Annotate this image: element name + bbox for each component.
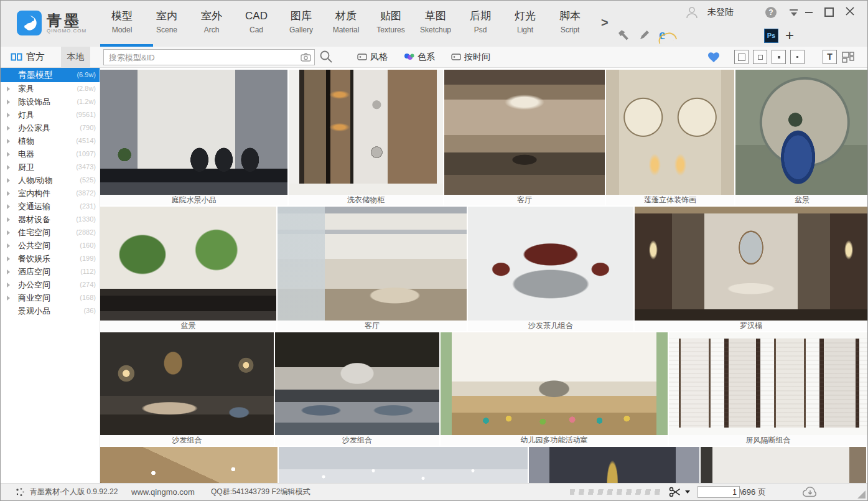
model-card[interactable]: 盆景 [100, 207, 276, 331]
login-status[interactable]: 未登陆 [707, 7, 734, 18]
model-thumbnail[interactable] [441, 332, 668, 435]
tab-material[interactable]: 材质Material [324, 8, 368, 47]
expand-arrow-icon[interactable] [7, 178, 10, 183]
resize-grip[interactable] [857, 490, 866, 499]
tab-gallery[interactable]: 图库Gallery [279, 8, 324, 47]
image-search-camera-icon[interactable] [301, 53, 311, 62]
model-card[interactable]: 莲蓬立体装饰画 [606, 70, 734, 205]
thumb-size-s-button[interactable] [790, 50, 805, 64]
sidebar-item-landscape[interactable]: 景观小品(36) [1, 304, 100, 317]
tab-model[interactable]: 模型Model [100, 8, 144, 47]
tab-scene[interactable]: 室内Scene [144, 8, 189, 47]
nav-overflow-arrow[interactable]: > [601, 16, 609, 30]
minimize-button[interactable] [805, 12, 813, 13]
model-card[interactable]: 沙发茶几组合 [468, 207, 633, 331]
source-tab-official[interactable]: 官方 [11, 47, 45, 67]
expand-arrow-icon[interactable] [7, 204, 10, 209]
model-card[interactable] [701, 447, 866, 484]
expand-arrow-icon[interactable] [7, 126, 10, 131]
model-thumbnail[interactable] [606, 70, 734, 195]
expand-arrow-icon[interactable] [7, 283, 10, 288]
thumb-size-l-button[interactable] [753, 50, 767, 64]
download-cloud-icon[interactable] [802, 484, 818, 500]
sidebar-item-office-space[interactable]: 办公空间(274) [1, 278, 100, 291]
sidebar-item-public-space[interactable]: 公共空间(160) [1, 239, 100, 252]
model-thumbnail[interactable] [100, 447, 278, 484]
sidebar-item-dining-entertainment[interactable]: 餐饮娱乐(199) [1, 252, 100, 265]
model-thumbnail[interactable] [100, 70, 287, 195]
expand-arrow-icon[interactable] [7, 296, 10, 301]
tab-light[interactable]: 灯光Light [503, 8, 548, 47]
sidebar-item-lighting[interactable]: 灯具(9561) [1, 108, 100, 121]
expand-arrow-icon[interactable] [7, 191, 10, 196]
sidebar-item-interior-components[interactable]: 室内构件(3872) [1, 187, 100, 200]
tab-arch[interactable]: 室外Arch [189, 8, 234, 47]
model-card[interactable]: 沙发组合 [100, 332, 274, 446]
model-card[interactable] [100, 447, 278, 484]
filter-color[interactable]: 色系 [404, 52, 435, 63]
thumb-size-xl-button[interactable] [734, 50, 749, 64]
model-card[interactable]: 客厅 [278, 207, 467, 331]
page-input[interactable] [698, 486, 740, 498]
pen-icon[interactable] [639, 29, 650, 40]
sidebar-item-transport[interactable]: 交通运输(231) [1, 200, 100, 213]
tab-script[interactable]: 脚本Script [548, 8, 592, 47]
photoshop-icon[interactable]: Ps [764, 29, 778, 43]
search-input[interactable] [104, 50, 299, 65]
model-card[interactable]: 沙发组合 [275, 332, 439, 446]
tab-psd[interactable]: 后期Psd [458, 8, 503, 47]
model-thumbnail[interactable] [701, 447, 866, 484]
layout-grid-icon[interactable] [841, 51, 855, 63]
expand-arrow-icon[interactable] [7, 256, 10, 261]
model-thumbnail[interactable] [289, 70, 443, 195]
model-card[interactable]: 屏风隔断组合 [669, 332, 867, 446]
sidebar-item-commercial-space[interactable]: 商业空间(168) [1, 291, 100, 304]
thumb-size-m-button[interactable] [772, 50, 786, 64]
ie-browser-icon[interactable] [659, 27, 674, 42]
expand-arrow-icon[interactable] [7, 100, 10, 105]
model-card[interactable] [279, 447, 528, 484]
model-thumbnail[interactable] [468, 207, 633, 321]
model-card[interactable]: 庭院水景小品 [100, 70, 287, 205]
model-thumbnail[interactable] [278, 207, 467, 321]
snip-tool-icon[interactable] [669, 484, 681, 500]
sidebar-item-residential-space[interactable]: 住宅空间(2882) [1, 226, 100, 239]
expand-arrow-icon[interactable] [7, 87, 10, 91]
tab-textures[interactable]: 贴图Textures [368, 8, 413, 47]
expand-arrow-icon[interactable] [7, 269, 10, 274]
help-icon[interactable] [765, 7, 777, 18]
expand-arrow-icon[interactable] [7, 152, 10, 157]
filter-time[interactable]: 按时间 [451, 52, 490, 63]
expand-arrow-icon[interactable] [7, 113, 10, 118]
menu-dropdown-icon[interactable] [790, 9, 798, 16]
account-area[interactable]: 未登陆 [685, 6, 734, 19]
sidebar-item-furniture[interactable]: 家具(2.8w) [1, 82, 100, 95]
model-thumbnail[interactable] [669, 332, 867, 435]
sidebar-item-equipment[interactable]: 器材设备(1330) [1, 213, 100, 226]
model-thumbnail[interactable] [100, 207, 276, 321]
snip-dropdown-icon[interactable] [685, 484, 690, 500]
user-icon[interactable] [685, 6, 699, 19]
close-button[interactable] [845, 6, 855, 16]
expand-arrow-icon[interactable] [7, 139, 10, 144]
sidebar-item-qingmo-models[interactable]: 青墨模型(6.9w) [1, 68, 100, 82]
website-link[interactable]: www.qingmo.com [131, 484, 195, 500]
filter-style[interactable]: 风格 [357, 52, 388, 63]
model-thumbnail[interactable] [735, 70, 867, 195]
model-card[interactable] [529, 447, 699, 484]
search-icon[interactable] [319, 49, 334, 64]
expand-arrow-icon[interactable] [7, 165, 10, 170]
source-tab-local[interactable]: 本地 [61, 47, 90, 67]
sidebar-item-hotel-space[interactable]: 酒店空间(112) [1, 265, 100, 278]
tab-sketchup[interactable]: 草图Sketchup [413, 8, 458, 47]
toggle-captions-button[interactable] [823, 50, 837, 64]
tab-cad[interactable]: CADCad [234, 8, 279, 47]
favorites-heart-icon[interactable] [707, 51, 721, 63]
model-card[interactable]: 客厅 [444, 70, 605, 205]
maximize-button[interactable] [824, 7, 834, 17]
sidebar-item-plants[interactable]: 植物(4514) [1, 134, 100, 147]
model-card[interactable]: 洗衣储物柜 [289, 70, 443, 205]
model-thumbnail[interactable] [279, 447, 528, 484]
hammer-icon[interactable] [617, 29, 629, 41]
model-card[interactable]: 盆景 [735, 70, 867, 205]
